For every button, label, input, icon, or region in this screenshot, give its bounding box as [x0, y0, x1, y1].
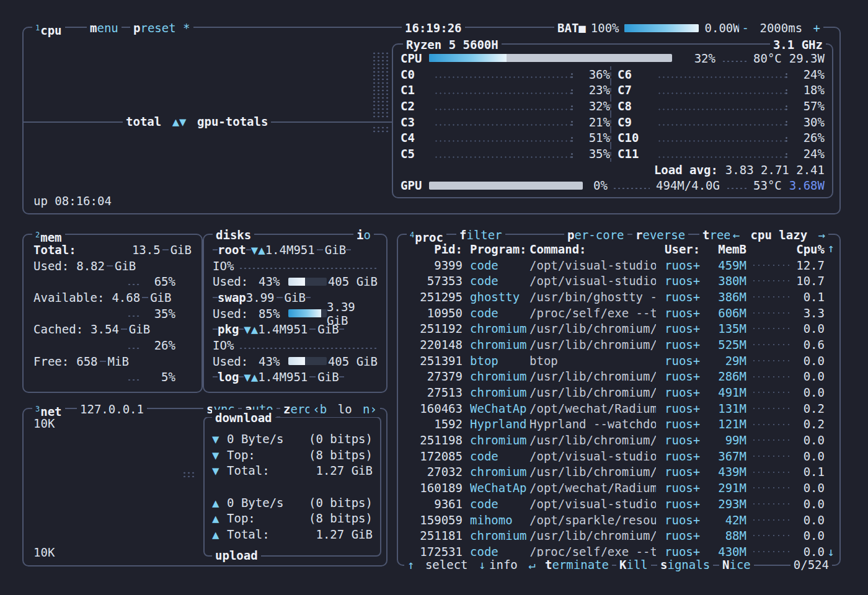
mem-stat: Available: 4.68 GiB 35% [33, 289, 192, 321]
disk-name: swap [218, 291, 246, 304]
disks-io-toggle[interactable]: io [353, 227, 374, 243]
sort-prev-button[interactable]: ← [733, 228, 740, 242]
process-row[interactable]: 251192 chromium /usr/lib/chromium/ch ruo… [405, 320, 825, 337]
process-row[interactable]: 10950 code /proc/self/exe --typ ruos+ 60… [405, 305, 825, 321]
process-row[interactable]: 251181 chromium /usr/lib/chromium/ch ruo… [405, 527, 825, 544]
cpu-core-row: C3 21% C9 30% [401, 114, 825, 130]
header-cpu[interactable]: Cpu% [796, 242, 825, 256]
proc-reverse-toggle[interactable]: reverse [632, 227, 688, 243]
process-row[interactable]: 1592 Hyprland Hyprland --watchdog- ruos+… [405, 416, 825, 433]
gpu-usage-percent: 0% [583, 178, 608, 192]
process-row[interactable]: 220148 chromium /usr/lib/chromium/ch ruo… [405, 337, 825, 353]
mem-total-label: Total: [33, 243, 76, 257]
proc-kill-button[interactable]: Kill [616, 557, 651, 573]
graph-mode-toggle[interactable]: total ▲▼ gpu-totals [123, 113, 271, 130]
core-label: C8 [618, 99, 652, 113]
process-row[interactable]: 160189 WeChatAp /opt/wechat/RadiumWM ruo… [405, 480, 825, 496]
value-separator [121, 328, 127, 330]
header-command[interactable]: Command: [529, 242, 656, 256]
process-row[interactable]: 27032 chromium /usr/lib/chromium/ch ruos… [405, 464, 825, 480]
process-memory: 88M [712, 529, 746, 542]
select-down-icon[interactable]: ↓ [479, 558, 485, 571]
process-row[interactable]: 251198 chromium /usr/lib/chromium/ch ruo… [405, 432, 825, 448]
proc-select-control[interactable]: ↑ select ↓ [404, 557, 489, 573]
mem-box-title[interactable]: 2mem [32, 227, 65, 243]
cpu-box-title[interactable]: 1cpu [32, 20, 65, 36]
battery-percent: 100% [591, 20, 619, 36]
process-pid: 1592 [405, 417, 463, 431]
process-row[interactable]: 57353 code /opt/visual-studio-c ruos+ 38… [405, 273, 825, 289]
download-stat-value: (8 bitps) [309, 448, 373, 462]
preset-label: preset * [133, 20, 190, 36]
process-pid: 251391 [405, 354, 463, 368]
process-row[interactable]: 251295 ghostty /usr/bin/ghostty --g ruos… [405, 289, 825, 305]
disks-box-title[interactable]: disks [213, 227, 254, 243]
menu-button[interactable]: menu [87, 20, 122, 36]
upload-stat-row: ▲ 0 Byte/s (0 bitps) [212, 495, 373, 511]
process-cpu-percent: 0.0 [796, 433, 825, 447]
process-row[interactable]: 160463 WeChatAp /opt/wechat/RadiumWM ruo… [405, 400, 825, 416]
cpu-history-graph [372, 51, 388, 118]
process-cpu-percent: 0.6 [796, 338, 825, 351]
process-command: /usr/bin/ghostty --g [529, 290, 656, 304]
disk-io-row: IO% [213, 337, 378, 353]
proc-info-button[interactable]: info ↵ [486, 557, 542, 573]
process-memory: 291M [712, 481, 746, 495]
disk-used-row: Used: 43% 405 GiB [213, 273, 378, 289]
traffic-spacer-row [212, 478, 373, 495]
process-cpu-graph [751, 309, 791, 317]
process-command: /usr/lib/chromium/ch [529, 529, 656, 542]
preset-button[interactable]: preset * [130, 20, 193, 36]
proc-nice-button[interactable]: Nice [719, 557, 754, 573]
iface-next-button[interactable]: n› [363, 402, 377, 416]
interval-increase-button[interactable]: + [813, 21, 820, 35]
cpu-usage-graph [722, 58, 747, 63]
core-label: C11 [618, 147, 652, 161]
process-row[interactable]: 27379 chromium /usr/lib/chromium/ch ruos… [405, 369, 825, 385]
mem-stat-row: Free: 658 MiB [33, 353, 192, 369]
process-cpu-graph [751, 548, 791, 555]
proc-filter-button[interactable]: filter [456, 227, 505, 243]
process-memory: 131M [712, 402, 746, 415]
process-row[interactable]: 9399 code /opt/visual-studio-c ruos+ 459… [405, 257, 825, 273]
process-cpu-graph [751, 532, 791, 539]
scroll-up-icon[interactable]: ↑ [828, 241, 835, 255]
value-separator [142, 297, 148, 298]
proc-terminate-button[interactable]: terminate [542, 557, 612, 573]
header-user[interactable]: User: [665, 242, 704, 256]
process-user: ruos+ [665, 386, 704, 399]
process-row[interactable]: 27513 chromium /usr/lib/chromium/ch ruos… [405, 384, 825, 400]
graph-mode-arrows-icon[interactable]: ▲▼ [172, 115, 187, 128]
process-memory: 99M [712, 433, 746, 447]
process-command: /proc/self/exe --typ [529, 306, 656, 320]
net-traffic-rows: ▼ 0 Byte/s (0 bitps) ▼ Top: (8 bitps) ▼ … [205, 418, 380, 542]
process-row[interactable]: 251391 btop btop ruos+ 29M 0.0 [405, 353, 825, 369]
process-row[interactable]: 9361 code /opt/visual-studio-c ruos+ 293… [405, 496, 825, 512]
process-program: chromium [470, 369, 529, 383]
proc-signals-button[interactable]: signals [657, 557, 713, 573]
process-command: /usr/lib/chromium/ch [529, 433, 656, 447]
process-row[interactable]: 159059 mihomo /opt/sparkle/resourc ruos+… [405, 512, 825, 528]
header-program[interactable]: Program: [470, 242, 529, 256]
header-memory[interactable]: MemB [712, 242, 746, 256]
net-box-title[interactable]: 3net [32, 401, 65, 417]
proc-per-core-toggle[interactable]: per-core [564, 227, 627, 243]
iface-prev-button[interactable]: ‹b [312, 402, 327, 416]
proc-box-title[interactable]: 4proc [407, 227, 446, 243]
proc-sort-selector: ← cpu lazy → [730, 227, 828, 243]
cpu-core-row: C4 51% C10 26% [401, 130, 825, 146]
process-command: /opt/visual-studio-c [529, 274, 656, 288]
process-cpu-percent: 0.0 [796, 449, 825, 463]
process-cpu-percent: 0.1 [796, 290, 825, 304]
proc-tree-toggle[interactable]: tree [699, 227, 734, 243]
process-row[interactable]: 172085 code /opt/visual-studio-c ruos+ 3… [405, 448, 825, 464]
sort-next-button[interactable]: → [818, 228, 825, 242]
terminate-label: terminate [545, 557, 609, 573]
disk-io-row: IO% [213, 258, 378, 274]
mem-stat-graph [127, 345, 141, 350]
select-up-icon[interactable]: ↑ [407, 558, 414, 571]
interval-decrease-button[interactable]: - [742, 21, 749, 35]
mem-stat-percent: 65% [146, 275, 175, 288]
interval-value: 2000ms [760, 21, 802, 35]
mem-stat-percent-row: 26% [33, 337, 192, 353]
